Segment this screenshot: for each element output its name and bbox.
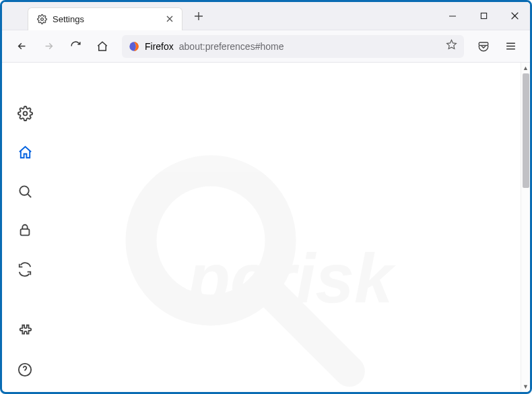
svg-point-8	[141, 171, 281, 310]
close-button[interactable]	[499, 2, 530, 30]
bookmark-star-icon[interactable]	[446, 39, 457, 53]
scroll-down-icon[interactable]: ▼	[521, 381, 530, 392]
url-zone: Firefox	[145, 41, 174, 52]
svg-point-5	[20, 186, 28, 195]
window-controls	[437, 2, 530, 30]
app-menu-button[interactable]	[499, 35, 522, 58]
svg-point-0	[40, 18, 43, 20]
url-bar[interactable]: Firefox about:preferences#home	[122, 35, 464, 58]
browser-tab[interactable]: Settings	[28, 7, 182, 30]
prefs-sidebar	[2, 63, 48, 392]
tab-title: Settings	[53, 14, 164, 24]
sidebar-search[interactable]	[15, 181, 35, 201]
svg-rect-6	[21, 229, 30, 235]
close-icon[interactable]	[164, 13, 175, 24]
svg-point-4	[23, 111, 27, 115]
content-area: pcrisk Home Restore Defaults New Windows…	[2, 63, 530, 392]
settings-page: pcrisk Home Restore Defaults New Windows…	[48, 63, 530, 392]
gear-icon	[36, 13, 47, 24]
scroll-up-icon[interactable]: ▲	[521, 63, 530, 73]
pocket-button[interactable]	[472, 35, 495, 58]
new-tab-button[interactable]	[189, 7, 208, 26]
forward-button[interactable]	[37, 35, 60, 58]
vertical-scrollbar[interactable]: ▲ ▼	[521, 63, 530, 392]
sidebar-general[interactable]	[15, 103, 35, 123]
svg-rect-1	[481, 13, 486, 18]
home-button[interactable]	[91, 35, 114, 58]
sidebar-sync[interactable]	[15, 259, 35, 280]
scroll-track[interactable]	[521, 73, 530, 381]
url-path: about:preferences#home	[179, 41, 284, 52]
svg-text:pcrisk: pcrisk	[186, 239, 396, 317]
sidebar-privacy[interactable]	[15, 220, 35, 240]
svg-rect-9	[251, 273, 371, 392]
minimize-button[interactable]	[437, 2, 468, 30]
reload-button[interactable]	[64, 35, 87, 58]
sidebar-home[interactable]	[15, 142, 35, 162]
nav-toolbar: Firefox about:preferences#home	[2, 30, 530, 63]
sidebar-help[interactable]	[15, 360, 35, 380]
maximize-button[interactable]	[468, 2, 499, 30]
titlebar: Settings	[2, 2, 530, 30]
firefox-icon	[129, 41, 139, 52]
svg-rect-3	[479, 42, 488, 46]
watermark: pcrisk	[98, 117, 448, 392]
back-button[interactable]	[10, 35, 33, 58]
sidebar-extensions[interactable]	[15, 321, 35, 341]
scroll-thumb[interactable]	[523, 73, 529, 188]
